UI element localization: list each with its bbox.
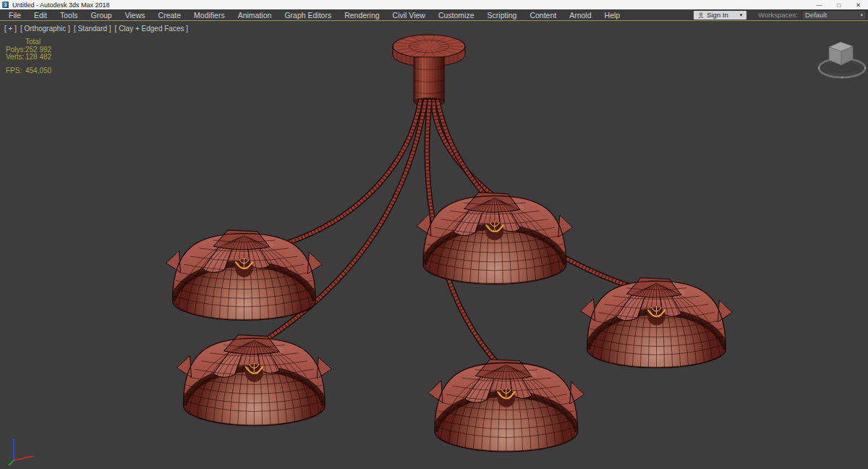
menu-file[interactable]: File (2, 9, 27, 20)
scene-canvas[interactable] (0, 21, 868, 469)
menu-customize[interactable]: Customize (432, 9, 481, 20)
viewcube[interactable] (818, 42, 866, 78)
menu-help[interactable]: Help (598, 9, 627, 20)
canopy (393, 35, 465, 106)
lamp-shade (581, 278, 733, 368)
menubar-right: Sign In ▾ Workspaces: Default ▾ (694, 10, 868, 20)
minimize-button[interactable]: — (809, 0, 829, 9)
viewport[interactable]: [ + ] [ Orthographic ] [ Standard ] [ Cl… (0, 20, 868, 469)
viewport-general-menu[interactable]: [ + ] (4, 25, 17, 33)
viewport-render-preset-label[interactable]: [ Standard ] (74, 25, 111, 33)
viewport-pov-label[interactable]: [ Orthographic ] (20, 25, 70, 33)
menu-scripting[interactable]: Scripting (481, 9, 524, 20)
3dsmax-app-icon: 3 (2, 1, 9, 8)
stats-verts-row: Verts: 128 482 (6, 54, 51, 62)
close-button[interactable]: ✕ (848, 0, 868, 9)
3dsmax-window: 3 Untitled - Autodesk 3ds Max 2018 — □ ✕… (0, 0, 868, 469)
menu-animation[interactable]: Animation (231, 9, 278, 20)
title-bar: 3 Untitled - Autodesk 3ds Max 2018 — □ ✕ (0, 0, 868, 9)
lamp-shade (177, 335, 332, 426)
menu-group[interactable]: Group (85, 9, 119, 20)
menu-bar: File Edit Tools Group Views Create Modif… (0, 9, 868, 20)
user-icon (698, 12, 704, 18)
window-controls: — □ ✕ (809, 0, 868, 9)
stats-fps-row: FPS: 454,050 (6, 67, 51, 75)
menu-tools[interactable]: Tools (54, 9, 85, 20)
maximize-button[interactable]: □ (829, 0, 848, 9)
verts-label: Verts: (6, 54, 25, 62)
menu-arnold[interactable]: Arnold (563, 9, 597, 20)
menu-create[interactable]: Create (152, 9, 188, 20)
statistics-overlay: Total Polys: 252 992 Verts: 128 482 FPS:… (6, 38, 51, 75)
menu-views[interactable]: Views (119, 9, 152, 20)
menu-rendering[interactable]: Rendering (338, 9, 386, 20)
viewport-label-bar: [ + ] [ Orthographic ] [ Standard ] [ Cl… (4, 25, 188, 33)
menu-modifiers[interactable]: Modifiers (187, 9, 231, 20)
window-title: Untitled - Autodesk 3ds Max 2018 (12, 1, 110, 9)
sign-in-label: Sign In (707, 11, 728, 19)
sign-in-button[interactable]: Sign In ▾ (694, 11, 746, 20)
viewport-shading-label[interactable]: [ Clay + Edged Faces ] (115, 25, 188, 33)
workspace-caret-icon: ▾ (860, 12, 863, 18)
menu-content[interactable]: Content (523, 9, 563, 20)
menu-civil-view[interactable]: Civil View (386, 9, 432, 20)
fps-value: 454,050 (25, 67, 51, 75)
axis-gizmo (9, 439, 33, 465)
workspace-value: Default (805, 11, 827, 19)
stats-total-header: Total (25, 38, 51, 46)
verts-value: 128 482 (25, 54, 51, 62)
lamp-shade (417, 193, 573, 284)
workspace-dropdown[interactable]: Default ▾ (801, 10, 867, 20)
lamp-shade (166, 230, 323, 320)
workspaces-label: Workspaces: (758, 11, 798, 19)
menu-edit[interactable]: Edit (27, 9, 54, 20)
lamp-shade (428, 359, 584, 452)
sign-in-caret-icon: ▾ (740, 12, 743, 18)
menu-graph-editors[interactable]: Graph Editors (278, 9, 338, 20)
fps-label: FPS: (6, 67, 25, 75)
